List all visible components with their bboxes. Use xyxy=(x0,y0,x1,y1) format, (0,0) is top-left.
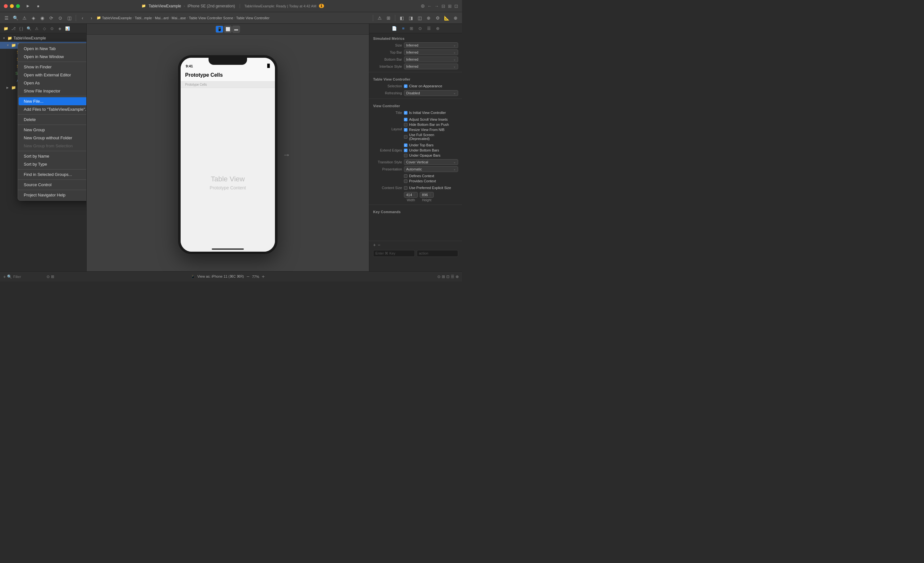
minimize-button[interactable] xyxy=(10,4,14,8)
sidebar-tab-source-control[interactable]: ⎇ xyxy=(10,26,16,32)
filter-input[interactable] xyxy=(13,275,45,279)
sidebar-tab-issues[interactable]: ⚠ xyxy=(33,26,40,32)
resize-nib-checkbox[interactable]: ✓ xyxy=(404,128,408,132)
location-icon[interactable]: ◉ xyxy=(39,14,46,22)
menu-item-source-control[interactable]: Source Control ▶ xyxy=(19,181,87,189)
menu-item-find-selected-groups[interactable]: Find in Selected Groups... xyxy=(19,170,87,179)
add-key-command-button[interactable]: + xyxy=(373,242,376,248)
menu-item-sort-name[interactable]: Sort by Name xyxy=(19,152,87,160)
filter-icon[interactable]: ⊞ xyxy=(385,14,392,22)
breadcrumb-item-3[interactable]: Mai...ard xyxy=(155,16,169,20)
menu-item-new-group[interactable]: New Group xyxy=(19,126,87,134)
provides-context-checkbox[interactable] xyxy=(404,179,408,183)
under-top-checkbox[interactable]: ✓ xyxy=(404,144,408,147)
tree-item-root[interactable]: ▼ 📁 TableViewExample xyxy=(0,35,86,42)
menu-item-open-as[interactable]: Open As ▶ xyxy=(19,79,87,87)
transition-style-dropdown[interactable]: Cover Vertical ⌄ xyxy=(404,159,458,165)
inspector-icon1[interactable]: ⊕ xyxy=(425,14,432,22)
sidebar-tab-reports[interactable]: 📊 xyxy=(64,26,70,32)
menu-item-new-group-no-folder[interactable]: New Group without Folder xyxy=(19,134,87,142)
under-opaque-checkbox[interactable] xyxy=(404,154,408,157)
inspector-right[interactable]: ◨ xyxy=(407,14,414,22)
back-nav[interactable]: ‹ xyxy=(79,14,86,22)
add-button[interactable]: ⊕ xyxy=(421,3,425,9)
size-dropdown[interactable]: Inferred ⌄ xyxy=(404,42,458,48)
rpanel-icon-size[interactable]: ⊞ xyxy=(408,26,414,32)
menu-item-new-file[interactable]: New File... xyxy=(19,97,87,105)
interface-style-dropdown[interactable]: Inferred ⌄ xyxy=(404,63,458,69)
environment-icon[interactable]: ◫ xyxy=(66,14,73,22)
forward-button[interactable]: → xyxy=(434,3,439,9)
is-initial-checkbox[interactable]: ✓ xyxy=(404,111,408,115)
warning-icon[interactable]: ⚠ xyxy=(21,14,28,22)
breadcrumb-item-1[interactable]: TableViewExample xyxy=(102,16,132,20)
width-field[interactable]: 414 ⋮ xyxy=(404,192,418,198)
breadcrumb-item-2[interactable]: Tabl...mple xyxy=(135,16,152,20)
seg-icon-portrait[interactable]: ⬜ xyxy=(224,26,232,33)
enter-key-field[interactable]: Enter ⌘ Key xyxy=(373,250,415,257)
hide-bottom-checkbox[interactable] xyxy=(404,123,408,126)
layout-icon-3[interactable]: ⊡ xyxy=(446,275,450,279)
breadcrumb-item-4[interactable]: Mai...ase xyxy=(172,16,186,20)
inspector-bottom[interactable]: ◫ xyxy=(416,14,423,22)
filter-hierarchy-icon[interactable]: ⊞ xyxy=(51,275,54,279)
breadcrumb-item-6[interactable]: Table View Controller xyxy=(236,16,270,20)
selection-checkbox[interactable]: ✓ xyxy=(404,84,408,88)
maximize-button[interactable] xyxy=(16,4,20,8)
inspector-left[interactable]: ◧ xyxy=(398,14,405,22)
rpanel-icon-access[interactable]: ⊕ xyxy=(435,26,441,32)
memory-icon[interactable]: ⟳ xyxy=(48,14,55,22)
inspector-icon4[interactable]: ⊕ xyxy=(452,14,459,22)
menu-item-open-new-tab[interactable]: Open in New Tab xyxy=(19,45,87,53)
panel-toggle-right[interactable]: ⊞ xyxy=(448,3,452,9)
menu-item-open-external[interactable]: Open with External Editor xyxy=(19,71,87,79)
inspector-icon3[interactable]: 📐 xyxy=(443,14,450,22)
menu-item-open-new-window[interactable]: Open in New Window xyxy=(19,53,87,61)
menu-item-show-finder[interactable]: Show in Finder xyxy=(19,63,87,71)
filter-clock-icon[interactable]: ⊙ xyxy=(46,275,50,279)
sidebar-tab-breakpoints[interactable]: ◈ xyxy=(57,26,63,32)
sidebar-tab-folder[interactable]: 📁 xyxy=(3,26,9,32)
full-screen-checkbox[interactable] xyxy=(404,135,408,139)
search-icon[interactable]: 🔍 xyxy=(12,14,19,22)
menu-item-project-navigator-help[interactable]: Project Navigator Help xyxy=(19,191,87,199)
under-bottom-checkbox[interactable]: ✓ xyxy=(404,149,408,152)
bottombar-dropdown[interactable]: Inferred ⌄ xyxy=(404,57,458,62)
stop-button[interactable]: ■ xyxy=(34,3,42,9)
seg-icon-landscape[interactable]: ▬ xyxy=(232,26,240,33)
layout-icon-4[interactable]: ☰ xyxy=(451,275,454,279)
layout-icon-5[interactable]: ⊕ xyxy=(456,275,459,279)
sidebar-tab-find[interactable]: 🔍 xyxy=(26,26,32,32)
energy-icon[interactable]: ⊙ xyxy=(57,14,64,22)
rpanel-icon-attr[interactable]: ≡ xyxy=(401,26,406,32)
inspector-icon2[interactable]: ⚙ xyxy=(434,14,441,22)
zoom-plus-button[interactable]: + xyxy=(262,274,265,279)
rpanel-icon-conn[interactable]: ⊙ xyxy=(417,26,423,32)
zoom-minus-button[interactable]: − xyxy=(246,274,249,279)
topbar-dropdown[interactable]: Inferred ⌄ xyxy=(404,50,458,55)
sidebar-tab-symbols[interactable]: { } xyxy=(18,26,24,32)
back-button[interactable]: ← xyxy=(428,3,432,9)
warning-badge[interactable]: 1 xyxy=(319,4,324,8)
menu-item-delete[interactable]: Delete xyxy=(19,116,87,123)
layout-icon-1[interactable]: ⊙ xyxy=(437,275,441,279)
use-preferred-checkbox[interactable] xyxy=(404,186,408,190)
layout-icon-2[interactable]: ⊞ xyxy=(442,275,445,279)
panel-toggle-bottom[interactable]: ⊡ xyxy=(454,3,458,9)
rpanel-icon-identity[interactable]: ☰ xyxy=(426,26,432,32)
adjust-scroll-checkbox[interactable]: ✓ xyxy=(404,118,408,121)
remove-key-command-button[interactable]: − xyxy=(378,242,380,248)
rpanel-icon-file[interactable]: 📄 xyxy=(390,26,398,32)
breakpoint-icon[interactable]: ◈ xyxy=(30,14,37,22)
seg-icon-device[interactable]: 📱 xyxy=(216,26,223,33)
action-field[interactable]: action xyxy=(417,250,459,257)
titlebar-device[interactable]: iPhone SE (2nd generation) xyxy=(188,4,235,8)
defines-context-checkbox[interactable] xyxy=(404,174,408,178)
close-button[interactable] xyxy=(4,4,8,8)
menu-item-add-files[interactable]: Add Files to "TableViewExample"... xyxy=(19,105,87,113)
forward-nav[interactable]: › xyxy=(88,14,95,22)
presentation-dropdown[interactable]: Automatic ⌄ xyxy=(404,166,458,172)
menu-item-sort-type[interactable]: Sort by Type xyxy=(19,160,87,168)
breadcrumb-item-5[interactable]: Table View Controller Scene xyxy=(189,16,233,20)
refreshing-dropdown[interactable]: Disabled ⌄ xyxy=(404,90,458,96)
